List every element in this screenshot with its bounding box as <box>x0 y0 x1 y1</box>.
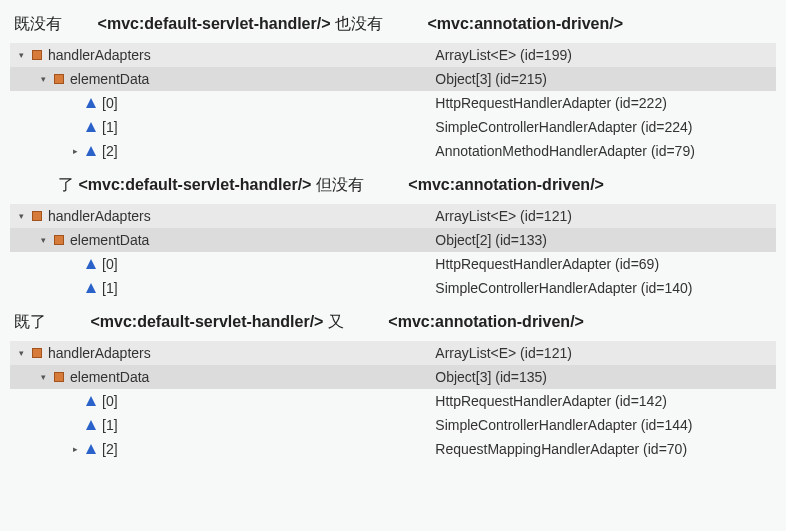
caption-2-text-b: 但没有 <box>311 175 363 196</box>
tree-node-label: handlerAdapters <box>48 345 151 361</box>
caption-3-tag-1: <mvc:default-servlet-handler/> <box>90 313 323 331</box>
element-icon <box>86 420 96 430</box>
tree-node-value: AnnotationMethodHandlerAdapter (id=79) <box>431 139 776 163</box>
tree-node-value: Object[3] (id=135) <box>431 365 776 389</box>
tree-row[interactable]: ▾ handlerAdapters ArrayList<E> (id=199) <box>10 43 776 67</box>
expand-toggle-icon[interactable]: ▾ <box>16 50 26 60</box>
tree-node-label: handlerAdapters <box>48 208 151 224</box>
tree-node-value: Object[3] (id=215) <box>431 67 776 91</box>
tree-node-value: Object[2] (id=133) <box>431 228 776 252</box>
caption-3-tag-2: <mvc:annotation-driven/> <box>388 313 584 331</box>
caption-1-text-a: 既没有 <box>14 14 62 35</box>
element-icon <box>86 283 96 293</box>
tree-node-value: HttpRequestHandlerAdapter (id=142) <box>431 389 776 413</box>
object-icon <box>32 50 42 60</box>
tree-node-value: ArrayList<E> (id=121) <box>431 204 776 228</box>
object-icon <box>54 372 64 382</box>
caption-2: 了 <mvc:default-servlet-handler/> 但没有 <mv… <box>10 169 776 204</box>
tree-row[interactable]: ▸ [0] HttpRequestHandlerAdapter (id=142) <box>10 389 776 413</box>
tree-node-label: [0] <box>102 95 118 111</box>
element-icon <box>86 444 96 454</box>
caption-1-tag-2: <mvc:annotation-driven/> <box>427 15 623 33</box>
caption-3-text-a: 既了 <box>14 312 46 333</box>
tree-node-value: ArrayList<E> (id=121) <box>431 341 776 365</box>
element-icon <box>86 259 96 269</box>
tree-node-value: SimpleControllerHandlerAdapter (id=224) <box>431 115 776 139</box>
tree-node-label: elementData <box>70 71 149 87</box>
caption-2-tag-1: <mvc:default-servlet-handler/> <box>78 176 311 194</box>
tree-row[interactable]: ▾ handlerAdapters ArrayList<E> (id=121) <box>10 341 776 365</box>
object-icon <box>32 211 42 221</box>
expand-toggle-icon[interactable]: ▾ <box>38 372 48 382</box>
tree-row[interactable]: ▸ [2] AnnotationMethodHandlerAdapter (id… <box>10 139 776 163</box>
object-icon <box>32 348 42 358</box>
caption-1-text-b: 也没有 <box>331 14 383 35</box>
expand-toggle-icon[interactable]: ▾ <box>38 235 48 245</box>
tree-node-label: elementData <box>70 232 149 248</box>
variables-panel-3: ▾ handlerAdapters ArrayList<E> (id=121) … <box>10 341 776 461</box>
tree-row[interactable]: ▾ elementData Object[2] (id=133) <box>10 228 776 252</box>
caption-3: 既了 <mvc:default-servlet-handler/> 又 <mvc… <box>10 306 776 341</box>
tree-node-label: [0] <box>102 393 118 409</box>
tree-node-label: elementData <box>70 369 149 385</box>
expand-toggle-icon[interactable]: ▾ <box>16 348 26 358</box>
tree-node-label: [0] <box>102 256 118 272</box>
caption-2-text-a: 了 <box>58 175 78 196</box>
expand-toggle-icon[interactable]: ▾ <box>16 211 26 221</box>
tree-node-value: HttpRequestHandlerAdapter (id=222) <box>431 91 776 115</box>
tree-row[interactable]: ▸ [0] HttpRequestHandlerAdapter (id=69) <box>10 252 776 276</box>
caption-3-text-b: 又 <box>323 312 343 333</box>
tree-node-value: HttpRequestHandlerAdapter (id=69) <box>431 252 776 276</box>
tree-node-value: SimpleControllerHandlerAdapter (id=140) <box>431 276 776 300</box>
element-icon <box>86 98 96 108</box>
tree-node-label: [1] <box>102 280 118 296</box>
variables-panel-1: ▾ handlerAdapters ArrayList<E> (id=199) … <box>10 43 776 163</box>
element-icon <box>86 146 96 156</box>
element-icon <box>86 122 96 132</box>
expand-toggle-icon[interactable]: ▸ <box>70 444 80 454</box>
tree-node-label: [1] <box>102 417 118 433</box>
tree-row[interactable]: ▸ [1] SimpleControllerHandlerAdapter (id… <box>10 115 776 139</box>
tree-row[interactable]: ▾ elementData Object[3] (id=135) <box>10 365 776 389</box>
tree-node-value: SimpleControllerHandlerAdapter (id=144) <box>431 413 776 437</box>
object-icon <box>54 74 64 84</box>
expand-toggle-icon[interactable]: ▾ <box>38 74 48 84</box>
tree-node-label: [1] <box>102 119 118 135</box>
tree-row[interactable]: ▾ handlerAdapters ArrayList<E> (id=121) <box>10 204 776 228</box>
caption-1: 既没有 <mvc:default-servlet-handler/> 也没有 <… <box>10 8 776 43</box>
tree-row[interactable]: ▸ [1] SimpleControllerHandlerAdapter (id… <box>10 413 776 437</box>
tree-row[interactable]: ▸ [2] RequestMappingHandlerAdapter (id=7… <box>10 437 776 461</box>
expand-toggle-icon[interactable]: ▸ <box>70 146 80 156</box>
caption-1-tag-1: <mvc:default-servlet-handler/> <box>98 15 331 33</box>
tree-node-label: [2] <box>102 143 118 159</box>
tree-row[interactable]: ▸ [1] SimpleControllerHandlerAdapter (id… <box>10 276 776 300</box>
tree-node-label: handlerAdapters <box>48 47 151 63</box>
tree-node-value: RequestMappingHandlerAdapter (id=70) <box>431 437 776 461</box>
tree-row[interactable]: ▸ [0] HttpRequestHandlerAdapter (id=222) <box>10 91 776 115</box>
caption-2-tag-2: <mvc:annotation-driven/> <box>408 176 604 194</box>
variables-panel-2: ▾ handlerAdapters ArrayList<E> (id=121) … <box>10 204 776 300</box>
tree-node-value: ArrayList<E> (id=199) <box>431 43 776 67</box>
object-icon <box>54 235 64 245</box>
tree-node-label: [2] <box>102 441 118 457</box>
element-icon <box>86 396 96 406</box>
tree-row[interactable]: ▾ elementData Object[3] (id=215) <box>10 67 776 91</box>
